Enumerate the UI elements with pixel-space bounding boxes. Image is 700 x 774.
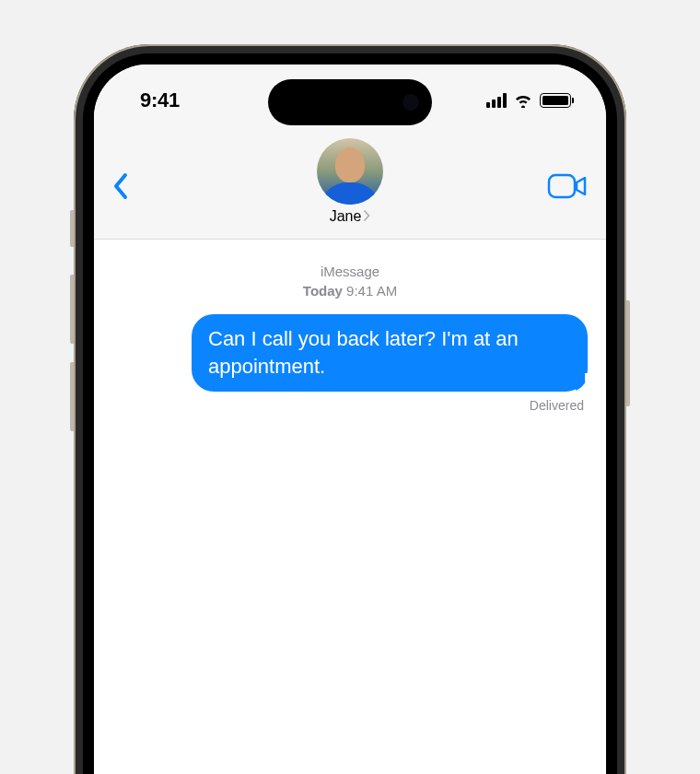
conversation-timestamp: iMessage Today 9:41 AM <box>112 262 588 301</box>
message-text: Can I call you back later? I'm at an app… <box>208 327 519 378</box>
delivery-status: Delivered <box>112 398 588 413</box>
service-label: iMessage <box>112 262 588 281</box>
message-row: Can I call you back later? I'm at an app… <box>112 314 588 391</box>
chevron-right-icon <box>363 210 370 224</box>
silent-switch <box>70 210 74 247</box>
phone-frame: 9:41 <box>74 44 626 774</box>
conversation-header: Jane <box>94 136 606 240</box>
timestamp-time: 9:41 AM <box>346 283 397 299</box>
contact-avatar <box>317 138 383 205</box>
conversation-area[interactable]: iMessage Today 9:41 AM Can I call you ba… <box>94 240 606 774</box>
dynamic-island <box>268 79 432 125</box>
battery-icon <box>540 93 571 108</box>
volume-down-button <box>70 362 74 431</box>
phone-screen: 9:41 <box>94 64 606 774</box>
contact-name: Jane <box>330 208 362 225</box>
cellular-signal-icon <box>486 93 507 108</box>
svg-rect-0 <box>549 175 575 197</box>
timestamp-day: Today <box>303 283 343 299</box>
sent-message-bubble[interactable]: Can I call you back later? I'm at an app… <box>192 314 588 391</box>
status-time: 9:41 <box>140 88 180 112</box>
contact-info-button[interactable]: Jane <box>317 138 383 225</box>
chevron-left-icon <box>112 172 129 200</box>
power-button <box>626 300 630 406</box>
facetime-button[interactable] <box>540 168 588 205</box>
video-camera-icon <box>547 173 588 199</box>
wifi-icon <box>513 93 533 108</box>
status-icons <box>486 93 571 108</box>
back-button[interactable] <box>112 168 149 205</box>
volume-up-button <box>70 275 74 344</box>
